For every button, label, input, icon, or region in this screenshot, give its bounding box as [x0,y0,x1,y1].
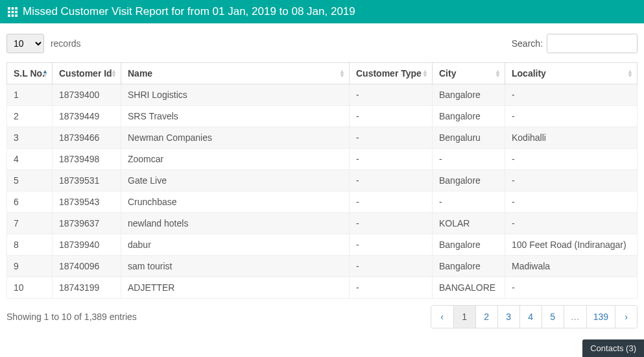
cell-loc: - [505,277,638,299]
cell-city: Bangalore [433,170,505,191]
pagination: ‹12345…139› [431,305,638,328]
cell-sl: 4 [7,149,53,170]
cell-sl: 2 [7,106,53,127]
col-header-locality[interactable]: Locality ▲▼ [505,63,638,84]
cell-name: SHRI Logistics [121,84,350,106]
cell-name: Zoomcar [121,149,350,170]
cell-id: 18739400 [53,84,121,106]
svg-rect-0 [8,7,10,10]
sort-icon: ▲▼ [42,69,48,77]
col-header-customer-type[interactable]: Customer Type ▲▼ [350,63,433,84]
col-header-name[interactable]: Name ▲▼ [121,63,350,84]
page-3[interactable]: 3 [497,306,519,328]
table-row: 118739400SHRI Logistics-Bangalore- [7,84,638,106]
svg-rect-1 [12,7,14,10]
cell-name: ADJETTER [121,277,350,299]
cell-name: sam tourist [121,256,350,277]
cell-loc: Madiwala [505,256,638,277]
col-header-slno[interactable]: S.L No. ▲▼ [7,63,53,84]
page-ellipsis: … [564,306,586,328]
cell-type: - [350,84,433,106]
cell-sl: 9 [7,256,53,277]
page-prev[interactable]: ‹ [431,306,453,328]
th-icon [8,7,18,17]
col-header-city[interactable]: City ▲▼ [433,63,505,84]
cell-sl: 6 [7,191,53,213]
svg-rect-2 [15,7,18,10]
cell-id: 18740096 [53,256,121,277]
page-last[interactable]: 139 [586,306,615,328]
cell-loc: - [505,191,638,213]
cell-id: 18739466 [53,127,121,149]
cell-type: - [350,106,433,127]
cell-id: 18739543 [53,191,121,213]
sort-icon: ▲▼ [111,69,117,77]
table-info: Showing 1 to 10 of 1,389 entries [6,312,137,322]
cell-type: - [350,234,433,256]
page-5[interactable]: 5 [542,306,564,328]
table-row: 518739531Gate Live-Bangalore- [7,170,638,191]
cell-sl: 7 [7,213,53,234]
cell-loc: - [505,170,638,191]
sort-icon: ▲▼ [422,69,428,77]
cell-loc: - [505,213,638,234]
cell-name: dabur [121,234,350,256]
cell-type: - [350,191,433,213]
cell-type: - [350,170,433,191]
cell-id: 18739449 [53,106,121,127]
cell-sl: 5 [7,170,53,191]
page-next[interactable]: › [615,306,637,328]
col-header-customer-id[interactable]: Customer Id ▲▼ [53,63,121,84]
svg-rect-6 [8,14,10,17]
cell-sl: 1 [7,84,53,106]
report-table: S.L No. ▲▼ Customer Id ▲▼ Name ▲▼ Custom… [6,62,638,299]
svg-rect-8 [15,14,18,17]
table-row: 218739449SRS Travels-Bangalore- [7,106,638,127]
cell-sl: 10 [7,277,53,299]
cell-loc: - [505,106,638,127]
table-row: 818739940dabur-Bangalore100 Feet Road (I… [7,234,638,256]
svg-rect-4 [12,10,14,13]
cell-id: 18739531 [53,170,121,191]
cell-loc: - [505,84,638,106]
table-row: 1018743199ADJETTER-BANGALORE- [7,277,638,299]
table-row: 318739466Newman Companies-BengaluruKodih… [7,127,638,149]
table-row: 718739637newland hotels-KOLAR- [7,213,638,234]
cell-name: Gate Live [121,170,350,191]
cell-city: - [433,191,505,213]
cell-city: Bangalore [433,84,505,106]
records-per-page-select[interactable]: 102550100 [6,34,44,53]
sort-icon: ▲▼ [627,69,633,77]
cell-name: Crunchbase [121,191,350,213]
cell-id: 18739940 [53,234,121,256]
records-label: records [51,38,81,49]
page-4[interactable]: 4 [519,306,542,328]
svg-rect-7 [12,14,14,17]
cell-city: - [433,149,505,170]
cell-sl: 8 [7,234,53,256]
cell-type: - [350,149,433,170]
cell-city: Bangalore [433,106,505,127]
cell-city: BANGALORE [433,277,505,299]
cell-loc: Kodihalli [505,127,638,149]
length-control: 102550100 records [6,34,81,53]
cell-type: - [350,213,433,234]
cell-loc: - [505,149,638,170]
cell-name: newland hotels [121,213,350,234]
page-2[interactable]: 2 [475,306,497,328]
cell-id: 18743199 [53,277,121,299]
search-label: Search: [512,38,543,49]
table-row: 418739498Zoomcar--- [7,149,638,170]
cell-type: - [350,256,433,277]
cell-sl: 3 [7,127,53,149]
table-row: 918740096sam tourist-BangaloreMadiwala [7,256,638,277]
cell-city: Bangalore [433,256,505,277]
search-input[interactable] [547,34,638,53]
sort-icon: ▲▼ [339,69,345,77]
cell-id: 18739637 [53,213,121,234]
cell-type: - [350,277,433,299]
cell-name: Newman Companies [121,127,350,149]
panel-header: Missed Customer Visit Report for from 01… [0,0,644,23]
table-row: 618739543Crunchbase--- [7,191,638,213]
page-1[interactable]: 1 [453,306,475,328]
